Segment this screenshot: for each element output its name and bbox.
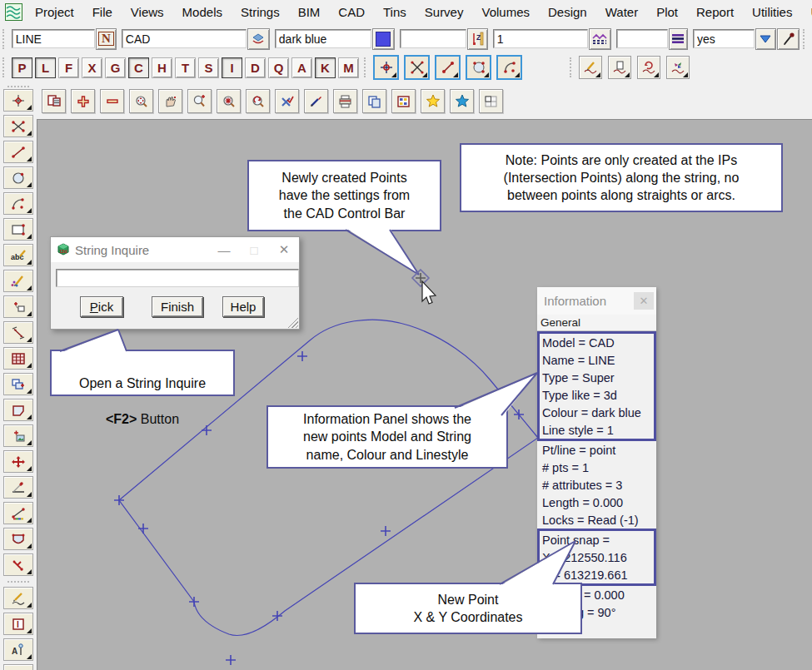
menu-water[interactable]: Water [596, 5, 647, 19]
colour-input[interactable] [275, 29, 371, 48]
toolbar-grip[interactable] [364, 57, 371, 77]
edit-notes-tool-button[interactable] [3, 664, 33, 670]
circle-snap-button[interactable] [466, 55, 491, 80]
mode-button-f[interactable]: F [58, 57, 79, 78]
fan-string-button[interactable] [666, 56, 690, 79]
delete-points-tool-button[interactable] [3, 553, 33, 576]
menu-tins[interactable]: Tins [374, 5, 416, 19]
rectangle-tool-button[interactable] [3, 218, 33, 241]
pick-button[interactable]: Pick [80, 296, 123, 317]
menu-models[interactable]: Models [173, 5, 232, 19]
print-button[interactable] [333, 89, 357, 113]
page-string-button[interactable] [608, 56, 631, 79]
mode-button-t[interactable]: T [175, 57, 196, 78]
split-view-button[interactable] [479, 89, 503, 113]
menu-bim[interactable]: BIM [289, 5, 330, 19]
point-tool-button[interactable] [3, 89, 33, 112]
string-name-input[interactable] [12, 29, 95, 48]
angle-tool-button[interactable] [3, 476, 33, 499]
toolbar-grip[interactable] [2, 29, 9, 49]
close-icon[interactable]: ✕ [269, 238, 299, 261]
minimize-icon[interactable]: — [209, 238, 239, 261]
z-height-button[interactable]: Z [467, 28, 488, 50]
weight-input[interactable] [616, 29, 668, 48]
textbox-tool-button[interactable]: I [3, 613, 33, 635]
mode-button-k[interactable]: K [315, 57, 336, 78]
weight-button[interactable] [669, 28, 688, 50]
zoom-dynamic-button[interactable] [246, 89, 270, 113]
intersection-tool-button[interactable] [3, 115, 33, 137]
linestyle-input[interactable] [493, 29, 588, 48]
add-view-button[interactable] [71, 89, 95, 113]
survey-tool-button[interactable]: A [3, 638, 33, 661]
z-value-input[interactable] [400, 29, 466, 48]
mode-button-c[interactable]: C [128, 57, 149, 78]
mode-button-p[interactable]: P [12, 57, 32, 78]
dialog-title-bar[interactable]: 12d String Inquire — □ ✕ [51, 237, 299, 262]
mode-button-s[interactable]: S [198, 57, 219, 78]
text-tool-button[interactable]: abc [3, 244, 33, 266]
polygon-tool-button[interactable] [3, 399, 33, 421]
menu-cad[interactable]: CAD [329, 5, 374, 19]
measure-tool-button[interactable] [3, 321, 33, 344]
line-tool-button[interactable] [3, 141, 33, 163]
eyedropper-button[interactable] [777, 28, 800, 50]
recalc-string-button[interactable] [637, 56, 660, 79]
menu-utilities[interactable]: Utilities [743, 5, 801, 19]
arc-snap-button[interactable] [496, 55, 522, 80]
menu-views[interactable]: Views [122, 5, 173, 19]
menu-file[interactable]: File [83, 5, 122, 19]
mode-button-d[interactable]: D [245, 57, 266, 78]
redraw-button[interactable] [304, 89, 328, 113]
line-snap-button[interactable] [435, 55, 461, 80]
mode-button-q[interactable]: Q [268, 57, 289, 78]
menu-survey[interactable]: Survey [416, 5, 473, 19]
mode-button-l[interactable]: L [35, 57, 56, 78]
toolbar-grip[interactable] [570, 57, 576, 77]
copy-view-tool-button[interactable] [3, 373, 33, 395]
menu-design[interactable]: Design [539, 5, 596, 19]
delete-view-button[interactable] [275, 89, 299, 113]
string-inquire-input[interactable] [56, 269, 299, 287]
model-chooser-button[interactable] [247, 28, 270, 50]
mode-button-x[interactable]: X [82, 57, 102, 78]
pencil-string-button[interactable] [579, 56, 602, 79]
menu-project[interactable]: Project [26, 5, 83, 19]
maximize-icon[interactable]: □ [239, 238, 269, 261]
symbol-tool-button[interactable] [3, 270, 33, 292]
close-icon[interactable]: ✕ [634, 292, 654, 310]
toolbar-grip[interactable] [7, 86, 29, 87]
string-name-button[interactable]: N [96, 28, 117, 50]
move-tool-button[interactable] [3, 450, 33, 473]
mode-button-h[interactable]: H [152, 57, 172, 78]
use-colour-input[interactable] [693, 29, 755, 48]
remove-view-button[interactable] [100, 89, 124, 113]
mode-button-m[interactable]: M [338, 57, 359, 78]
shield-tool-button[interactable] [3, 528, 33, 550]
model-input[interactable] [122, 29, 247, 48]
window-menu-button[interactable] [42, 89, 66, 113]
circle-tool-button[interactable] [3, 166, 33, 189]
arc-tool-button[interactable] [3, 192, 33, 215]
image-tool-button[interactable] [3, 424, 33, 447]
grid-tool-button[interactable] [3, 347, 33, 370]
pan-button[interactable] [158, 89, 182, 113]
point-square-tool-button[interactable] [3, 295, 33, 318]
zoom-extents-button[interactable] [129, 89, 153, 113]
menu-volumes[interactable]: Volumes [472, 5, 539, 19]
intersection-snap-button[interactable] [404, 55, 430, 80]
mode-button-i[interactable]: I [222, 57, 242, 78]
linestyle-button[interactable] [589, 28, 611, 50]
mode-button-g[interactable]: G [105, 57, 126, 78]
colour-swatch-button[interactable] [372, 28, 395, 50]
toolbar-grip[interactable] [803, 29, 810, 49]
zoom-in-button[interactable] [187, 89, 212, 113]
plot-grid-button[interactable] [391, 89, 416, 113]
point-snap-button[interactable] [373, 55, 399, 80]
menu-strings[interactable]: Strings [232, 5, 289, 19]
finish-button[interactable]: Finish [152, 296, 203, 317]
toolbar-grip[interactable] [2, 57, 9, 77]
copy-view-button[interactable] [362, 89, 386, 113]
favourite-blue-button[interactable] [450, 89, 474, 113]
menu-plot[interactable]: Plot [647, 5, 687, 19]
